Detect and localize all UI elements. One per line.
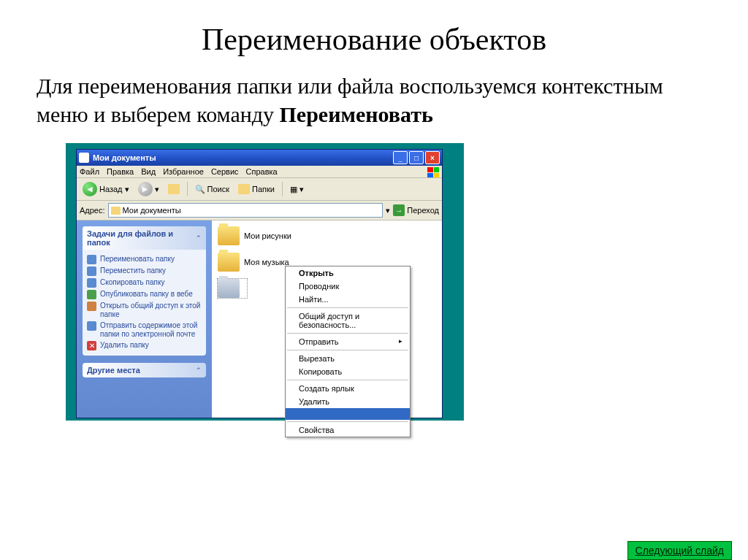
collapse-icon: ⌃: [196, 234, 202, 242]
task-email[interactable]: Отправить содержимое этой папки по элект…: [87, 321, 202, 339]
menu-view[interactable]: Вид: [141, 167, 156, 176]
forward-button[interactable]: ► ▾: [135, 180, 162, 198]
back-button[interactable]: ◄ Назад ▾: [80, 180, 132, 198]
delete-icon: ✕: [87, 341, 96, 350]
back-arrow-icon: ◄: [83, 182, 97, 196]
search-label: Поиск: [207, 185, 229, 193]
views-button[interactable]: ▦ ▾: [287, 183, 307, 196]
task-label: Опубликовать папку в вебе: [100, 290, 193, 299]
context-menu: Открыть Проводник Найти... Общий доступ …: [285, 266, 411, 437]
task-label: Скопировать папку: [100, 278, 164, 287]
sidebar: Задачи для файлов и папок ⌃ Переименоват…: [77, 220, 212, 418]
collapse-icon: ⌃: [196, 367, 202, 374]
close-button[interactable]: ×: [425, 151, 440, 164]
folder-up-icon: [168, 184, 180, 194]
email-icon: [87, 321, 96, 331]
window-titlebar: Мои документы _ □ ×: [77, 150, 442, 166]
ctx-cut[interactable]: Вырезать: [286, 352, 410, 365]
toolbar: ◄ Назад ▾ ► ▾ 🔍 Поиск Папк: [77, 178, 442, 201]
copy-icon: [87, 278, 96, 288]
menu-favorites[interactable]: Избранное: [163, 167, 204, 176]
places-panel-title: Другие места: [87, 366, 140, 375]
address-label: Адрес:: [80, 206, 105, 215]
ctx-find[interactable]: Найти...: [286, 293, 410, 306]
minimize-button[interactable]: _: [393, 151, 408, 164]
window-icon: [79, 153, 89, 163]
task-publish[interactable]: Опубликовать папку в вебе: [87, 290, 202, 299]
views-icon: ▦: [290, 185, 297, 194]
task-share[interactable]: Открыть общий доступ к этой папке: [87, 302, 202, 319]
back-label: Назад: [99, 185, 123, 193]
maximize-button[interactable]: □: [409, 151, 424, 164]
window-buttons: _ □ ×: [393, 151, 440, 164]
up-button[interactable]: [165, 183, 183, 196]
ctx-open[interactable]: Открыть: [286, 266, 410, 280]
tasks-panel-title: Задачи для файлов и папок: [87, 229, 196, 247]
dropdown-icon: ▾: [299, 185, 304, 194]
window-title: Мои документы: [93, 153, 393, 162]
tasks-panel-body: Переименовать папку Переместить папку Ск…: [83, 250, 206, 356]
ctx-divider: [287, 307, 408, 308]
slide-body: Для переименования папки или файла воспо…: [37, 72, 719, 129]
ctx-explorer[interactable]: Проводник: [286, 280, 410, 293]
ctx-divider: [287, 421, 408, 422]
address-dropdown-icon[interactable]: ▾: [386, 206, 390, 215]
screenshot-container: Мои документы _ □ × Файл Правка Вид Избр…: [66, 143, 464, 421]
task-label: Переименовать папку: [100, 255, 175, 264]
address-value: Мои документы: [123, 206, 181, 215]
go-icon: →: [393, 204, 405, 216]
go-label: Переход: [407, 206, 439, 215]
folder-label: Мои рисунки: [244, 231, 291, 240]
folder-item-pictures[interactable]: Мои рисунки: [218, 226, 436, 245]
address-input[interactable]: Мои документы: [108, 203, 383, 218]
ctx-copy[interactable]: Копировать: [286, 365, 410, 378]
ctx-divider: [287, 333, 408, 334]
folders-button[interactable]: Папки: [235, 183, 278, 196]
ctx-shortcut[interactable]: Создать ярлык: [286, 382, 410, 395]
move-icon: [87, 266, 96, 276]
task-label: Удалить папку: [100, 341, 149, 350]
windows-logo-icon: [427, 167, 439, 177]
ctx-sendto[interactable]: Отправить: [286, 335, 410, 348]
folder-label: Моя музыка: [244, 258, 289, 266]
folder-icon: [218, 253, 240, 272]
menu-edit[interactable]: Правка: [107, 167, 134, 176]
menu-file[interactable]: Файл: [80, 167, 99, 176]
ctx-divider: [287, 380, 408, 380]
task-label: Открыть общий доступ к этой папке: [100, 302, 202, 319]
menu-tools[interactable]: Сервис: [211, 167, 239, 176]
tasks-panel-header[interactable]: Задачи для файлов и папок ⌃: [83, 226, 206, 250]
folder-item-selected[interactable]: [218, 279, 247, 298]
separator: [187, 182, 188, 196]
ctx-rename-highlighted[interactable]: [286, 408, 410, 420]
menu-bar: Файл Правка Вид Избранное Сервис Справка: [77, 166, 442, 178]
forward-arrow-icon: ►: [138, 182, 153, 196]
task-label: Переместить папку: [100, 266, 166, 275]
ctx-divider: [287, 350, 408, 350]
search-icon: 🔍: [195, 185, 205, 194]
dropdown-icon: ▾: [125, 185, 129, 194]
task-delete[interactable]: ✕Удалить папку: [87, 341, 202, 350]
go-button[interactable]: → Переход: [393, 204, 439, 216]
places-panel: Другие места ⌃: [83, 363, 206, 377]
ctx-properties[interactable]: Свойства: [286, 423, 410, 437]
folders-icon: [238, 184, 250, 194]
address-folder-icon: [111, 207, 121, 215]
folders-label: Папки: [252, 185, 275, 193]
search-button[interactable]: 🔍 Поиск: [192, 183, 232, 196]
task-label: Отправить содержимое этой папки по элект…: [100, 321, 202, 339]
rename-icon: [87, 255, 96, 264]
next-slide-button[interactable]: Следующий слайд: [627, 541, 732, 560]
presentation-slide: Переименование объектов Для переименован…: [0, 22, 748, 560]
places-panel-header[interactable]: Другие места ⌃: [83, 363, 206, 377]
body-text-bold: Переименовать: [280, 102, 433, 126]
menu-help[interactable]: Справка: [246, 167, 278, 176]
ctx-share[interactable]: Общий доступ и безопасность...: [286, 310, 410, 331]
folder-icon: [218, 226, 240, 245]
ctx-delete[interactable]: Удалить: [286, 395, 410, 408]
address-bar: Адрес: Мои документы ▾ → Переход: [77, 201, 442, 220]
dropdown-icon: ▾: [155, 185, 159, 194]
task-rename[interactable]: Переименовать папку: [87, 255, 202, 264]
task-copy[interactable]: Скопировать папку: [87, 278, 202, 288]
task-move[interactable]: Переместить папку: [87, 266, 202, 276]
